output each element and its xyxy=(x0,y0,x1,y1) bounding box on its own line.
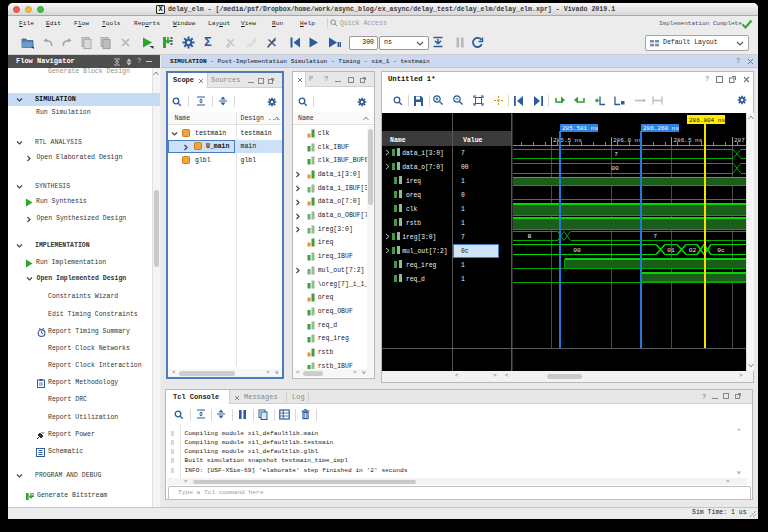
svg-text:0: 0 xyxy=(461,192,465,199)
svg-text:1: 1 xyxy=(461,206,465,213)
svg-text:00: 00 xyxy=(611,165,619,172)
svg-text:286.260 ns: 286.260 ns xyxy=(643,125,679,132)
svg-text:data_i[3:0]: data_i[3:0] xyxy=(402,150,444,157)
svg-text:Name: Name xyxy=(390,137,406,144)
svg-text:1: 1 xyxy=(461,220,465,227)
svg-text:1: 1 xyxy=(461,178,465,185)
svg-text:7: 7 xyxy=(461,150,465,157)
svg-text:7: 7 xyxy=(614,151,618,158)
svg-text:B: B xyxy=(528,233,532,240)
svg-text:Value: Value xyxy=(463,137,483,144)
svg-text:req_d: req_d xyxy=(406,276,425,283)
svg-text:mul_out[7:2]: mul_out[7:2] xyxy=(402,248,447,255)
svg-text:00: 00 xyxy=(461,164,469,171)
svg-text:clk: clk xyxy=(406,206,418,213)
svg-text:286.804 ns: 286.804 ns xyxy=(689,117,725,124)
svg-text:02: 02 xyxy=(689,247,697,254)
svg-text:rstb: rstb xyxy=(406,220,421,227)
svg-text:ireq: ireq xyxy=(406,178,421,185)
svg-text:7: 7 xyxy=(461,234,465,241)
svg-text:1: 1 xyxy=(461,262,465,269)
svg-text:0c: 0c xyxy=(461,248,469,255)
svg-text:ireg[3:0]: ireg[3:0] xyxy=(402,234,436,241)
svg-text:287.: 287. xyxy=(734,137,746,144)
svg-text:01: 01 xyxy=(667,247,675,254)
svg-text:0c: 0c xyxy=(717,247,725,254)
svg-text:7: 7 xyxy=(653,233,657,240)
svg-text:285.581 ns: 285.581 ns xyxy=(562,125,598,132)
svg-text:00: 00 xyxy=(573,247,581,254)
svg-text:req_ireg: req_ireg xyxy=(406,262,436,269)
svg-text:data_o[7:0]: data_o[7:0] xyxy=(402,164,444,171)
svg-text:1: 1 xyxy=(461,276,465,283)
svg-text:oreq: oreq xyxy=(406,192,421,199)
